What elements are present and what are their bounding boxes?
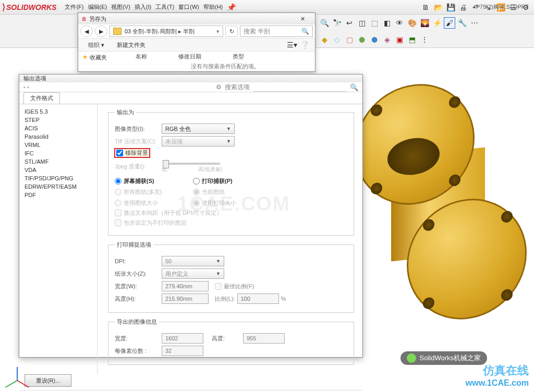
view-orient-icon[interactable]: ⬚	[369, 17, 380, 29]
view-settings-icon[interactable]: ⋯	[469, 17, 480, 29]
sheet-icon[interactable]: ▢	[344, 34, 355, 45]
section-view-icon[interactable]: ◫	[356, 17, 368, 29]
scene-icon[interactable]: 🌄	[419, 17, 430, 29]
export-titlebar: 输出选项	[19, 75, 362, 82]
dim-icon[interactable]: ⬒	[406, 34, 418, 45]
column-headers[interactable]: 名称 修改日期 类型	[136, 52, 315, 62]
fmt-vrml[interactable]: VRML	[25, 141, 92, 149]
search-options-input[interactable]	[253, 82, 347, 92]
ratio-label: 比例(L):	[215, 295, 235, 303]
fmt-parasolid[interactable]: Parasolid	[25, 132, 92, 141]
fmt-pdf[interactable]: PDF	[25, 191, 92, 199]
radio-print[interactable]: 打印捕获(P)	[193, 177, 269, 185]
menu-edit[interactable]: 编辑(E)	[88, 3, 107, 11]
fmt-acis[interactable]: ACIS	[25, 124, 92, 132]
view-mode-icon[interactable]: ☰▾	[286, 39, 298, 51]
mold-icon[interactable]: ⬢	[369, 34, 380, 45]
search-options-label: 搜索选项	[225, 83, 250, 92]
surface-icon[interactable]: ◇	[331, 34, 343, 45]
height-label: 高度(H):	[115, 295, 162, 303]
fmt-step[interactable]: STEP	[25, 116, 92, 124]
more-icon[interactable]: ⋮	[419, 34, 430, 45]
reset-button[interactable]: 重设(R)...	[25, 374, 71, 387]
print-capture-group: 打印捕捉选项 DPI:50▼ 纸张大小(Z):用户定义▼ 宽度(W): 279.…	[108, 241, 354, 313]
organize-button[interactable]: 组织 ▾	[82, 39, 110, 51]
prev-view-icon[interactable]: ↩	[344, 17, 355, 29]
paper-label: 纸张大小(Z):	[115, 270, 162, 278]
hide-show-icon[interactable]: 👁	[394, 17, 405, 29]
image-type-select[interactable]: RGB 全色▼	[162, 124, 235, 134]
info-width-label: 宽度:	[115, 335, 162, 342]
tiff-comp-select: 未压缩▼	[162, 136, 235, 146]
save-icon[interactable]: 💾	[445, 2, 456, 13]
apply-scene-icon[interactable]: 🔧	[456, 17, 468, 29]
document-filename: P79(2)阀体.SLDPRT	[476, 3, 529, 11]
favorites-label: 收藏夹	[90, 54, 107, 62]
mesh-icon[interactable]: ◈	[381, 34, 393, 45]
nav-forward-button[interactable]: ▶	[95, 26, 107, 37]
feature-icon[interactable]: ◆	[319, 34, 330, 45]
fmt-tif[interactable]: TIF/PSD/JPG/PNG	[25, 174, 92, 182]
appearance-icon[interactable]: 🎨	[406, 17, 418, 29]
refresh-button[interactable]: ↻	[225, 26, 238, 37]
fmt-vda[interactable]: VDA	[25, 166, 92, 174]
favorites-pane[interactable]: ★收藏夹	[78, 52, 136, 70]
export-title: 输出选项	[23, 75, 46, 82]
output-as-legend: 输出为	[115, 108, 136, 116]
best-ratio-checkbox: 最佳比例(F)	[215, 283, 254, 290]
close-icon[interactable]: ✕	[293, 16, 312, 22]
zoom-fit-icon[interactable]: 🔍	[319, 17, 330, 29]
breadcrumb[interactable]: 03 全剖-半剖-局部剖 ▸ 半剖 ▾	[110, 26, 223, 37]
eval-icon[interactable]: ▣	[394, 34, 405, 45]
col-type[interactable]: 类型	[233, 53, 244, 60]
zoom-area-icon[interactable]: 🔭	[331, 17, 343, 29]
pin-icon[interactable]: 📌	[225, 2, 237, 13]
radio-printsize: 使用打印大小	[193, 199, 269, 207]
bits-label: 每像素位数 :	[115, 347, 162, 355]
save-as-title: 另存为	[89, 15, 106, 23]
dialog-buttons: 确定 取消 帮助	[19, 390, 362, 392]
fmt-stl[interactable]: STL/AMF	[25, 157, 92, 166]
col-name[interactable]: 名称	[136, 53, 147, 60]
sub-placeholder: ▪ ▪	[23, 84, 29, 90]
radio-sheetsize: 使用图纸大小	[115, 199, 186, 207]
radio-screen[interactable]: 屏幕捕获(S)	[115, 177, 186, 185]
ratio-field: 100	[237, 293, 279, 304]
col-date[interactable]: 修改日期	[178, 53, 201, 60]
save-as-titlebar: 🗎 另存为 ✕	[78, 13, 315, 24]
fmt-edrw[interactable]: EDRW/EPRT/EASM	[25, 182, 92, 191]
tiff-comp-label: Tiff 压缩方案(C):	[115, 138, 162, 145]
width-field: 279.40mm	[162, 281, 209, 291]
fmt-ifc[interactable]: IFC	[25, 149, 92, 157]
image-info-group: 导出的图像信息 宽度: 1602 高度: 955 每像素位数 : 32	[108, 318, 354, 365]
export-options-dialog: 输出选项 ▪ ▪ ⚙ 搜索选项 🔍 文件格式 IGES 5.3 STEP ACI…	[19, 74, 363, 358]
fmt-iges[interactable]: IGES 5.3	[25, 107, 92, 116]
dpi-select: 50▼	[162, 256, 224, 266]
search-input[interactable]: 搜索 半剖 🔍	[240, 26, 313, 37]
menu-insert[interactable]: 插入(I)	[135, 3, 151, 11]
render-icon[interactable]: ⚡	[431, 17, 443, 29]
remove-bg-checkbox[interactable]: 移除背景	[115, 149, 150, 157]
display-style-icon[interactable]: ◧	[381, 17, 393, 29]
open-icon[interactable]: 📂	[432, 2, 444, 13]
menu-file[interactable]: 文件(F)	[65, 3, 83, 11]
format-list: IGES 5.3 STEP ACIS Parasolid VRML IFC ST…	[19, 104, 98, 374]
menu-tools[interactable]: 工具(T)	[155, 3, 174, 11]
tab-file-format[interactable]: 文件格式	[23, 92, 60, 104]
brand-line2: www.1CAE.com	[466, 378, 529, 388]
new-folder-button[interactable]: 新建文件夹	[111, 39, 151, 51]
menu-view[interactable]: 视图(V)	[111, 3, 130, 11]
help-icon[interactable]: ❔	[299, 39, 310, 51]
menu-help[interactable]: 帮助(H)	[203, 3, 223, 11]
print-icon[interactable]: 🖨	[457, 2, 469, 13]
nav-back-button[interactable]: ◀	[80, 26, 93, 37]
new-icon[interactable]: 🗎	[420, 2, 431, 13]
edit-appearance-icon[interactable]: 🖌	[444, 17, 455, 29]
weld-icon[interactable]: ⬣	[356, 34, 368, 45]
search-icon: 🔍	[301, 28, 309, 35]
orientation-triad[interactable]	[6, 362, 27, 383]
search-icon[interactable]: 🔍	[350, 83, 358, 91]
info-height-label: 高度:	[212, 335, 243, 342]
menu-window[interactable]: 窗口(W)	[178, 3, 199, 11]
pct-label: %	[281, 296, 286, 302]
